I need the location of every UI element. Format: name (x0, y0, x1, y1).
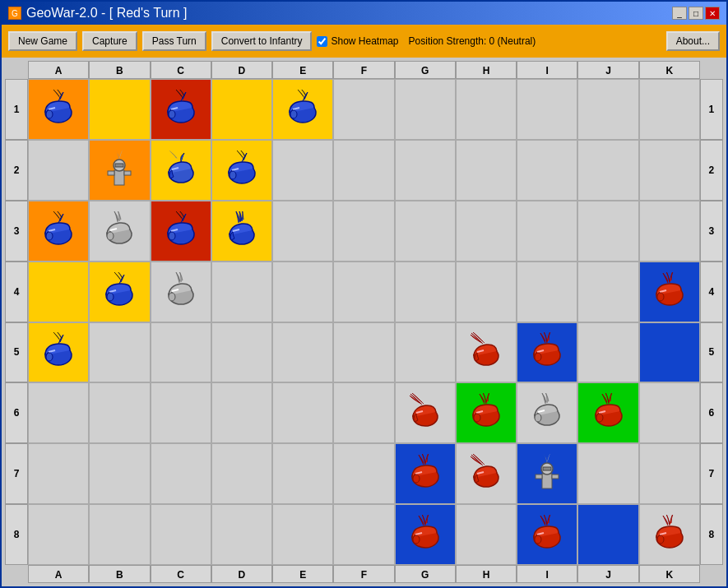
maximize-button[interactable]: □ (689, 7, 703, 20)
cell-C4[interactable] (151, 262, 211, 322)
cell-J3[interactable] (577, 201, 638, 262)
cell-E6[interactable] (272, 382, 333, 443)
cell-J8[interactable] (577, 504, 638, 565)
row-label-left-5: 5 (5, 322, 28, 383)
cell-J7[interactable] (577, 443, 638, 504)
cell-I5[interactable] (517, 322, 577, 383)
cell-B5[interactable] (89, 322, 150, 383)
cell-J1[interactable] (577, 79, 638, 140)
cell-G8[interactable] (395, 504, 456, 565)
cell-J6[interactable] (577, 382, 638, 443)
cell-A5[interactable] (28, 322, 89, 383)
cell-B7[interactable] (89, 443, 150, 504)
cell-E1[interactable] (272, 79, 333, 140)
cell-D5[interactable] (211, 322, 272, 383)
cell-H5[interactable] (456, 322, 517, 383)
cell-I2[interactable] (517, 140, 577, 201)
new-game-button[interactable]: New Game (8, 31, 77, 51)
pass-turn-button[interactable]: Pass Turn (142, 31, 206, 51)
cell-J2[interactable] (577, 140, 638, 201)
cell-F3[interactable] (333, 201, 394, 262)
cell-D8[interactable] (211, 504, 272, 565)
cell-B6[interactable] (89, 382, 150, 443)
close-button[interactable]: ✕ (705, 7, 720, 20)
cell-A2[interactable] (28, 140, 89, 201)
cell-E4[interactable] (272, 262, 333, 322)
cell-J4[interactable] (577, 262, 638, 322)
cell-D1[interactable] (211, 79, 272, 140)
cell-A1[interactable] (28, 79, 89, 140)
about-button[interactable]: About... (666, 31, 720, 51)
cell-G5[interactable] (395, 322, 456, 383)
cell-C3[interactable] (151, 201, 211, 262)
cell-I1[interactable] (517, 79, 577, 140)
cell-G7[interactable] (395, 443, 456, 504)
cell-I4[interactable] (517, 262, 577, 322)
convert-infantry-button[interactable]: Convert to Infantry (211, 31, 313, 51)
minimize-button[interactable]: _ (672, 7, 687, 20)
cell-C5[interactable] (151, 322, 211, 383)
cell-C2[interactable] (151, 140, 211, 201)
heatmap-checkbox[interactable] (317, 36, 327, 47)
cell-D6[interactable] (211, 382, 272, 443)
cell-H4[interactable] (456, 262, 517, 322)
cell-H8[interactable] (456, 504, 517, 565)
cell-B4[interactable] (89, 262, 150, 322)
cell-E8[interactable] (272, 504, 333, 565)
cell-D7[interactable] (211, 443, 272, 504)
cell-C6[interactable] (151, 382, 211, 443)
cell-A3[interactable] (28, 201, 89, 262)
cell-F2[interactable] (333, 140, 394, 201)
cell-H6[interactable] (456, 382, 517, 443)
cell-A7[interactable] (28, 443, 89, 504)
cell-K4[interactable] (639, 262, 700, 322)
cell-I7[interactable] (517, 443, 577, 504)
cell-F1[interactable] (333, 79, 394, 140)
cell-K1[interactable] (639, 79, 700, 140)
cell-B8[interactable] (89, 504, 150, 565)
cell-A6[interactable] (28, 382, 89, 443)
cell-D3[interactable] (211, 201, 272, 262)
cell-J5[interactable] (577, 322, 638, 383)
cell-I3[interactable] (517, 201, 577, 262)
cell-G1[interactable] (395, 79, 456, 140)
svg-point-40 (413, 475, 420, 483)
cell-I8[interactable] (517, 504, 577, 565)
cell-H3[interactable] (456, 201, 517, 262)
bot-col-header-J: J (577, 565, 638, 583)
cell-F4[interactable] (333, 262, 394, 322)
cell-K5[interactable] (639, 322, 700, 383)
cell-G6[interactable] (395, 382, 456, 443)
cell-G3[interactable] (395, 201, 456, 262)
cell-A8[interactable] (28, 504, 89, 565)
cell-G4[interactable] (395, 262, 456, 322)
cell-H1[interactable] (456, 79, 517, 140)
cell-I6[interactable] (517, 382, 577, 443)
cell-F5[interactable] (333, 322, 394, 383)
cell-B3[interactable] (89, 201, 150, 262)
cell-F7[interactable] (333, 443, 394, 504)
cell-G2[interactable] (395, 140, 456, 201)
cell-F6[interactable] (333, 382, 394, 443)
cell-C8[interactable] (151, 504, 211, 565)
cell-F8[interactable] (333, 504, 394, 565)
cell-K6[interactable] (639, 382, 700, 443)
cell-E7[interactable] (272, 443, 333, 504)
cell-E5[interactable] (272, 322, 333, 383)
cell-E2[interactable] (272, 140, 333, 201)
cell-C1[interactable] (151, 79, 211, 140)
cell-K8[interactable] (639, 504, 700, 565)
cell-B2[interactable] (89, 140, 150, 201)
cell-B1[interactable] (89, 79, 150, 140)
cell-A4[interactable] (28, 262, 89, 322)
cell-D4[interactable] (211, 262, 272, 322)
cell-C7[interactable] (151, 443, 211, 504)
cell-H2[interactable] (456, 140, 517, 201)
cell-H7[interactable] (456, 443, 517, 504)
capture-button[interactable]: Capture (82, 31, 137, 51)
cell-K2[interactable] (639, 140, 700, 201)
cell-D2[interactable] (211, 140, 272, 201)
cell-K7[interactable] (639, 443, 700, 504)
cell-K3[interactable] (639, 201, 700, 262)
cell-E3[interactable] (272, 201, 333, 262)
